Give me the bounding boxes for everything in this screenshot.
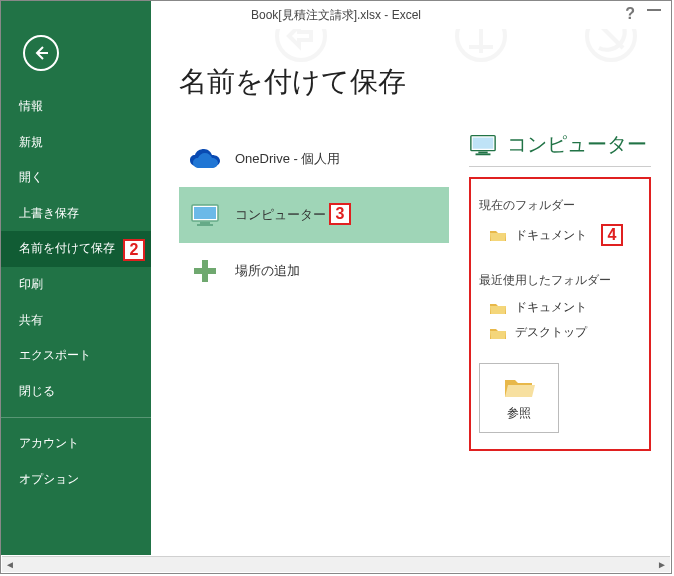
- panel-body: 現在のフォルダー ドキュメント 4 最近使用したフォルダー ドキュメント: [469, 177, 651, 451]
- folder-icon: [489, 326, 507, 340]
- panel-title: コンピューター: [507, 131, 647, 158]
- svg-rect-6: [197, 224, 213, 226]
- svg-rect-4: [194, 207, 216, 219]
- place-onedrive[interactable]: OneDrive - 個人用: [179, 131, 449, 187]
- callout-3: 3: [329, 203, 351, 225]
- place-computer[interactable]: コンピューター 3: [179, 187, 449, 243]
- folder-name: ドキュメント: [515, 299, 587, 316]
- nav-open[interactable]: 開く: [1, 160, 151, 196]
- folder-name: デスクトップ: [515, 324, 587, 341]
- panel-header: コンピューター: [469, 131, 651, 167]
- folder-icon: [489, 301, 507, 315]
- backstage-sidebar: 情報 新規 開く 上書き保存 名前を付けて保存 2 印刷 共有 エクスポート 閉…: [1, 1, 151, 555]
- folder-open-icon: [503, 375, 535, 399]
- nav-saveas[interactable]: 名前を付けて保存 2: [1, 231, 151, 267]
- nav-new[interactable]: 新規: [1, 125, 151, 161]
- nav-share[interactable]: 共有: [1, 303, 151, 339]
- nav-info[interactable]: 情報: [1, 89, 151, 125]
- recent-folder[interactable]: ドキュメント: [479, 295, 641, 320]
- svg-rect-5: [200, 222, 210, 224]
- current-folder[interactable]: ドキュメント 4: [479, 220, 641, 250]
- browse-label: 参照: [507, 405, 531, 422]
- svg-rect-8: [194, 268, 216, 274]
- nav-separator: [1, 417, 151, 418]
- recent-folder[interactable]: デスクトップ: [479, 320, 641, 345]
- nav-export[interactable]: エクスポート: [1, 338, 151, 374]
- recent-label: 最近使用したフォルダー: [479, 272, 641, 289]
- onedrive-icon: [189, 143, 221, 175]
- folder-icon: [489, 228, 507, 242]
- nav-save[interactable]: 上書き保存: [1, 196, 151, 232]
- content-area: 名前を付けて保存 OneDrive - 個人用 コンピューター: [151, 1, 671, 555]
- svg-rect-11: [478, 151, 487, 153]
- computer-icon: [189, 199, 221, 231]
- computer-icon: [469, 133, 497, 157]
- place-label: OneDrive - 個人用: [235, 150, 340, 168]
- horizontal-scrollbar[interactable]: ◄ ►: [2, 556, 670, 572]
- nav-close[interactable]: 閉じる: [1, 374, 151, 410]
- back-button[interactable]: [23, 35, 59, 71]
- scroll-left-icon[interactable]: ◄: [2, 558, 18, 572]
- scroll-right-icon[interactable]: ►: [654, 558, 670, 572]
- callout-2: 2: [123, 239, 145, 261]
- callout-4: 4: [601, 224, 623, 246]
- nav-account[interactable]: アカウント: [1, 426, 151, 462]
- places-list: OneDrive - 個人用 コンピューター 3 場所の追加: [179, 131, 449, 451]
- place-label: コンピューター: [235, 206, 326, 224]
- place-add[interactable]: 場所の追加: [179, 243, 449, 299]
- place-label: 場所の追加: [235, 262, 300, 280]
- nav-options[interactable]: オプション: [1, 462, 151, 498]
- nav-print[interactable]: 印刷: [1, 267, 151, 303]
- page-title: 名前を付けて保存: [179, 63, 663, 101]
- svg-rect-10: [473, 137, 494, 148]
- location-panel: コンピューター 現在のフォルダー ドキュメント 4 最近使用したフォルダー ドキ…: [469, 131, 663, 451]
- svg-rect-12: [476, 153, 491, 155]
- browse-button[interactable]: 参照: [479, 363, 559, 433]
- current-folder-label: 現在のフォルダー: [479, 197, 641, 214]
- folder-name: ドキュメント: [515, 227, 587, 244]
- add-icon: [189, 255, 221, 287]
